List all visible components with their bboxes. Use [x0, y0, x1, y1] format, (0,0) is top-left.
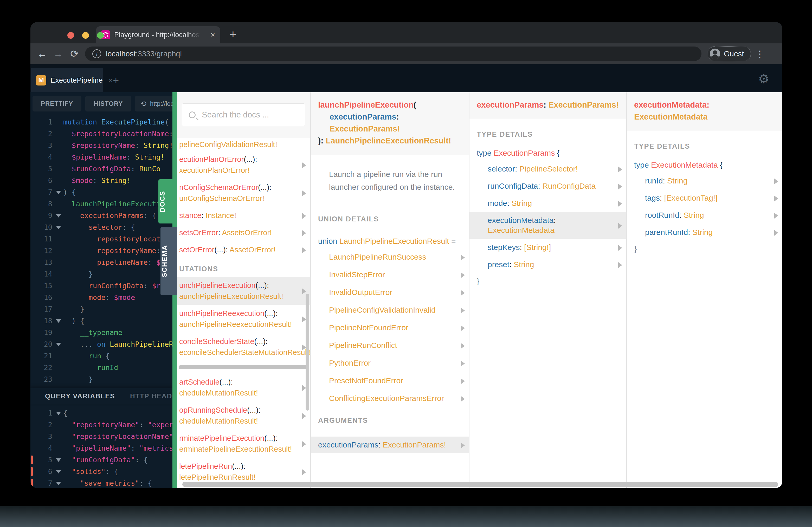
- code-line[interactable]: 6 "solids": {: [30, 466, 172, 477]
- window-controls[interactable]: [67, 32, 104, 39]
- docs-field-item[interactable]: artSchedule(...):cheduleMutationResult!: [177, 373, 310, 402]
- code-line[interactable]: 7 "save_metrics": {: [30, 477, 172, 488]
- new-playground-tab-button[interactable]: +: [113, 75, 119, 87]
- forward-icon[interactable]: →: [50, 48, 66, 60]
- docs-field-item[interactable]: concileSchedulerState(...):econcileSched…: [177, 333, 310, 361]
- chevron-right-icon[interactable]: [302, 191, 306, 196]
- fold-arrow-icon[interactable]: [56, 458, 61, 462]
- union-member[interactable]: PipelineConfigValidationInvalid: [311, 301, 469, 319]
- code-line[interactable]: 15 runConfigData: $runC: [30, 280, 172, 291]
- chevron-right-icon[interactable]: [461, 325, 465, 331]
- union-member[interactable]: ConflictingExecutionParamsError: [311, 390, 469, 407]
- docs-field-item[interactable]: rminatePipelineExecution(...):erminatePi…: [177, 430, 310, 457]
- union-member[interactable]: PythonError: [311, 354, 469, 372]
- history-button[interactable]: HISTORY: [85, 96, 131, 111]
- type-field-row[interactable]: selector: PipelineSelector!: [469, 160, 626, 178]
- fold-arrow-icon[interactable]: [56, 226, 61, 229]
- code-line[interactable]: 23 }: [30, 373, 172, 385]
- playground-tab-executepipeline[interactable]: M ExecutePipeline ×: [31, 68, 103, 92]
- settings-gear-icon[interactable]: ⚙: [758, 72, 769, 86]
- union-member[interactable]: PipelineRunConflict: [311, 336, 469, 354]
- type-field-row[interactable]: rootRunId: String: [627, 207, 782, 224]
- chevron-right-icon[interactable]: [302, 469, 306, 475]
- chevron-right-icon[interactable]: [461, 378, 465, 384]
- docs-field-item[interactable]: unchPipelineExecution(...):aunchPipeline…: [177, 277, 310, 305]
- fold-arrow-icon[interactable]: [56, 191, 61, 194]
- fold-arrow-icon[interactable]: [56, 214, 61, 217]
- list-horizontal-scrollbar[interactable]: [179, 365, 308, 369]
- code-line[interactable]: 5 "runConfigData": {: [30, 454, 172, 466]
- docs-field-item[interactable]: stance: Instance!: [177, 207, 310, 224]
- tab-schema[interactable]: SCHEMA: [160, 227, 177, 295]
- close-playground-tab-icon[interactable]: ×: [108, 76, 113, 85]
- code-line[interactable]: 2 $repositoryLocationName:: [30, 128, 172, 139]
- type-field-row[interactable]: runId: String: [627, 172, 782, 190]
- zoom-window-button[interactable]: [97, 32, 104, 39]
- code-line[interactable]: 21 run {: [30, 350, 172, 362]
- fold-arrow-icon[interactable]: [56, 482, 61, 485]
- chevron-right-icon[interactable]: [302, 247, 306, 253]
- tab-http-headers[interactable]: HTTP HEADERS: [130, 392, 172, 400]
- type-field-row[interactable]: runConfigData: RunConfigData: [469, 178, 626, 195]
- code-line[interactable]: 9 executionParams: {: [30, 210, 172, 222]
- chevron-right-icon[interactable]: [302, 230, 306, 236]
- docs-field-item[interactable]: opRunningSchedule(...):cheduleMutationRe…: [177, 402, 310, 430]
- chevron-right-icon[interactable]: [461, 396, 465, 402]
- type-field-row[interactable]: parentRunId: String: [627, 224, 782, 241]
- chevron-right-icon[interactable]: [461, 255, 465, 260]
- code-line[interactable]: 18 ) {: [30, 315, 172, 327]
- code-line[interactable]: 11 repositoryLocat: [30, 233, 172, 245]
- chevron-right-icon[interactable]: [302, 213, 306, 219]
- code-line[interactable]: 2 "repositoryName": "exper: [30, 419, 172, 431]
- endpoint-box[interactable]: ⟲ http://loc: [135, 96, 172, 111]
- endpoint-reload-icon[interactable]: ⟲: [140, 100, 146, 108]
- minimize-window-button[interactable]: [82, 32, 89, 39]
- type-field-row[interactable]: stepKeys: [String!]: [469, 239, 626, 256]
- code-line[interactable]: 1{: [30, 407, 172, 419]
- union-member[interactable]: LaunchPipelineRunSuccess: [311, 248, 469, 266]
- address-bar[interactable]: i localhost:3333/graphql: [85, 46, 701, 61]
- browser-tab[interactable]: Playground - http://localhost:3 ×: [96, 26, 220, 43]
- close-window-button[interactable]: [67, 32, 74, 39]
- docs-field-item[interactable]: setsOrError: AssetsOrError!: [177, 224, 310, 241]
- chevron-right-icon[interactable]: [618, 201, 622, 207]
- chevron-right-icon[interactable]: [302, 288, 306, 294]
- chevron-right-icon[interactable]: [461, 308, 465, 313]
- chevron-right-icon[interactable]: [618, 223, 622, 229]
- fold-arrow-icon[interactable]: [56, 343, 61, 346]
- docs-search-input[interactable]: Search the docs ...: [182, 103, 305, 126]
- type-field-row[interactable]: mode: String: [469, 195, 626, 212]
- chevron-right-icon[interactable]: [774, 230, 778, 236]
- code-line[interactable]: 4 $pipelineName: String!: [30, 151, 172, 163]
- code-line[interactable]: 16 mode: $mode: [30, 291, 172, 303]
- code-line[interactable]: 6 $mode: String!: [30, 175, 172, 186]
- close-tab-icon[interactable]: ×: [211, 30, 215, 39]
- site-info-icon[interactable]: i: [92, 49, 101, 58]
- union-member[interactable]: PipelineNotFoundError: [311, 319, 469, 336]
- tab-query-variables[interactable]: QUERY VARIABLES: [45, 392, 115, 400]
- fold-arrow-icon[interactable]: [56, 470, 61, 473]
- fold-arrow-icon[interactable]: [56, 319, 61, 323]
- docs-field-item[interactable]: ecutionPlanOrError(...):xecutionPlanOrEr…: [177, 151, 310, 179]
- docs-field-item[interactable]: nConfigSchemaOrError(...):unConfigSchema…: [177, 179, 310, 207]
- profile-chip[interactable]: Guest: [708, 47, 751, 61]
- chevron-right-icon[interactable]: [461, 290, 465, 296]
- query-code-area[interactable]: 1mutation ExecutePipeline(2 $repositoryL…: [30, 116, 172, 388]
- code-line[interactable]: 1mutation ExecutePipeline(: [30, 116, 172, 128]
- code-line[interactable]: 5 $runConfigData: RunCo: [30, 163, 172, 175]
- docs-field-item[interactable]: unchPipelineReexecution(...):aunchPipeli…: [177, 305, 310, 333]
- type-field-row[interactable]: executionMetadata:ExecutionMetadata: [469, 212, 626, 239]
- reload-icon[interactable]: ⟳: [66, 48, 83, 60]
- code-line[interactable]: 22 runId: [30, 362, 172, 373]
- union-member[interactable]: InvalidOutputError: [311, 284, 469, 301]
- chevron-right-icon[interactable]: [618, 184, 622, 190]
- query-editor-pane[interactable]: PRETTIFY HISTORY ⟲ http://loc 1mutation …: [30, 92, 172, 488]
- code-line[interactable]: 13 pipelineName: $pip: [30, 256, 172, 268]
- chevron-right-icon[interactable]: [461, 361, 465, 366]
- docs-field-item[interactable]: setOrError(...): AssetOrError!: [177, 241, 310, 258]
- union-member[interactable]: PresetNotFoundError: [311, 372, 469, 390]
- back-icon[interactable]: ←: [34, 48, 50, 60]
- chevron-right-icon[interactable]: [302, 162, 306, 168]
- chevron-right-icon[interactable]: [302, 441, 306, 447]
- argument-row-executionparams[interactable]: executionParams: ExecutionParams!: [311, 437, 469, 453]
